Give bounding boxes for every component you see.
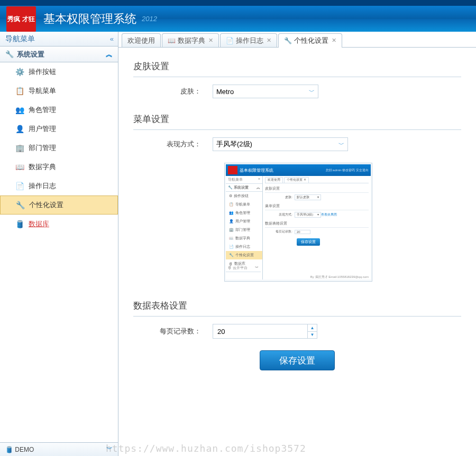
combo-value: 手风琴(2级) — [216, 139, 252, 149]
collapse-icon[interactable]: « — [110, 35, 113, 43]
spinner-value: 20 — [213, 328, 307, 336]
sidebar: 导航菜单 « 🔧系统设置 ︽ ⚙️操作按钮 📋导航菜单 👥角色管理 👤用户管理 … — [0, 32, 118, 456]
sidebar-title: 导航菜单 « — [0, 32, 118, 46]
preview-sec: 菜单设置 — [265, 202, 369, 210]
nav-label: 个性化设置 — [29, 200, 63, 210]
tab-label: 数据字典 — [178, 36, 205, 45]
preview-nav-item: 🔧 个性化设置 — [226, 251, 262, 259]
label-pagesize: 每页记录数： — [133, 327, 213, 336]
app-year: 2012 — [142, 15, 157, 23]
tab-bar: 欢迎使用 📖数据字典✕ 📄操作日志✕ 🔧个性化设置✕ — [118, 32, 476, 48]
spinner-down-icon[interactable]: ▼ — [308, 332, 317, 339]
panel-system-settings[interactable]: 🔧系统设置 ︽ — [0, 46, 118, 62]
preview-nav-item: 📄 操作日志 — [226, 243, 262, 251]
content-area: 皮肤设置 皮肤： Metro ﹀ 菜单设置 表现方式： 手风琴(2级) ﹀ — [118, 48, 476, 392]
wrench-icon: 🔧 — [5, 50, 14, 58]
preview-title: 基本权限管理系统 — [240, 167, 273, 173]
preview-nav-item: 👥 角色管理 — [226, 209, 262, 217]
role-icon: 👥 — [15, 105, 24, 115]
tab-dict[interactable]: 📖数据字典✕ — [162, 33, 219, 47]
nav-item-role[interactable]: 👥角色管理 — [0, 100, 118, 119]
db-icon: 🛢️ — [15, 219, 24, 229]
nav-item-personalize[interactable]: 🔧个性化设置 — [0, 196, 118, 215]
nav-label: 操作日志 — [29, 181, 56, 191]
app-header: 秀疯 才狂 基本权限管理系统 2012 — [0, 0, 476, 32]
preview-nav-item: 👤 用户管理 — [226, 217, 262, 226]
watermark: https://www.huzhan.com/ishop3572 — [106, 443, 306, 454]
log-icon: 📄 — [226, 37, 234, 44]
main-area: 欢迎使用 📖数据字典✕ 📄操作日志✕ 🔧个性化设置✕ 皮肤设置 皮肤： Metr… — [118, 32, 476, 456]
section-menu-title: 菜单设置 — [133, 110, 461, 130]
log-icon: 📄 — [15, 181, 24, 191]
app-logo: 秀疯 才狂 — [6, 6, 36, 32]
app-title: 基本权限管理系统 — [43, 11, 136, 27]
combo-menu[interactable]: 手风琴(2级) ﹀ — [213, 137, 348, 151]
gear-icon: ⚙️ — [15, 67, 24, 77]
db-icon: 🛢️ — [5, 446, 13, 453]
preview-save-btn: 保存设置 — [297, 238, 320, 246]
menu-icon: 📋 — [15, 86, 24, 96]
tab-label: 欢迎使用 — [127, 36, 155, 45]
nav-label: 操作按钮 — [29, 67, 56, 77]
sidebar-title-text: 导航菜单 — [5, 34, 35, 44]
dict-icon: 📖 — [15, 162, 24, 172]
row-grid: 每页记录数： 20 ▲ ▼ — [133, 324, 461, 339]
spinner-pagesize[interactable]: 20 ▲ ▼ — [213, 324, 317, 339]
row-skin: 皮肤： Metro ﹀ — [133, 85, 461, 98]
save-button[interactable]: 保存设置 — [260, 350, 335, 370]
combo-value: Metro — [216, 88, 234, 96]
nav-label: 用户管理 — [29, 124, 56, 134]
nav-label: 部门管理 — [29, 143, 56, 153]
preview-nav-item: 📖 数据字典 — [226, 234, 262, 243]
dict-icon: 📖 — [168, 37, 176, 44]
spinner-up-icon[interactable]: ▲ — [308, 324, 317, 332]
sidebar-footer[interactable]: 🛢️ DEMO ︾ — [0, 442, 118, 456]
preview-tab: 欢迎使用 — [265, 177, 283, 183]
tab-log[interactable]: 📄操作日志✕ — [220, 33, 277, 47]
chevron-down-icon: ﹀ — [309, 88, 315, 96]
nav-item-dict[interactable]: 📖数据字典 — [0, 157, 118, 176]
preview-footer: By 疯狂秀才 Email:1055818239@qq.com — [310, 275, 369, 280]
tab-welcome[interactable]: 欢迎使用 — [122, 33, 161, 47]
preview-tab: 个性化设置 — [287, 178, 303, 181]
row-menu: 表现方式： 手风琴(2级) ﹀ — [133, 137, 461, 151]
nav-label: 数据字典 — [29, 162, 56, 172]
tab-label: 操作日志 — [236, 36, 263, 45]
preview-sec: 数据表格设置 — [265, 220, 369, 228]
chevron-down-icon: ﹀ — [338, 141, 344, 148]
preview-sec: 皮肤设置 — [265, 185, 369, 193]
nav-item-action-button[interactable]: ⚙️操作按钮 — [0, 62, 118, 81]
section-grid-title: 数据表格设置 — [133, 296, 461, 317]
close-icon[interactable]: ✕ — [267, 37, 271, 44]
chevron-up-icon: ︽ — [106, 50, 113, 59]
label-skin: 皮肤： — [133, 87, 213, 96]
close-icon[interactable]: ✕ — [208, 37, 213, 44]
combo-skin[interactable]: Metro ﹀ — [213, 85, 318, 98]
user-icon: 👤 — [15, 124, 24, 134]
tab-label: 个性化设置 — [294, 36, 328, 45]
nav-list: ⚙️操作按钮 📋导航菜单 👥角色管理 👤用户管理 🏢部门管理 📖数据字典 📄操作… — [0, 62, 118, 442]
nav-item-user[interactable]: 👤用户管理 — [0, 119, 118, 138]
preview-side-title: 导航菜单 — [228, 177, 243, 182]
nav-item-dept[interactable]: 🏢部门管理 — [0, 138, 118, 157]
preview-nav-item: 🏢 部门管理 — [226, 226, 262, 234]
preview-nav-item: 📋 导航菜单 — [226, 200, 262, 209]
nav-link-database[interactable]: 数据库 — [29, 219, 49, 229]
preview-nav-item: ⚙ 操作按钮 — [226, 192, 262, 200]
preview-logo — [228, 166, 237, 174]
footer-label: DEMO — [15, 446, 34, 453]
preview-userinfo: 您好:admin 修改密码 安全退出 — [326, 168, 369, 173]
tab-personalize[interactable]: 🔧个性化设置✕ — [278, 33, 342, 47]
wrench-icon: 🔧 — [15, 200, 25, 210]
nav-label: 导航菜单 — [29, 86, 56, 96]
nav-item-log[interactable]: 📄操作日志 — [0, 176, 118, 196]
nav-label: 角色管理 — [29, 105, 56, 115]
menu-preview-image: 基本权限管理系统 您好:admin 修改密码 安全退出 导航菜单« 🔧 系统设置… — [224, 163, 372, 282]
close-icon[interactable]: ✕ — [332, 37, 336, 44]
dept-icon: 🏢 — [15, 143, 24, 153]
wrench-icon: 🔧 — [284, 37, 292, 44]
panel-label: 系统设置 — [17, 50, 44, 58]
nav-item-database[interactable]: 🛢️数据库 — [0, 215, 118, 234]
nav-item-nav-menu[interactable]: 📋导航菜单 — [0, 81, 118, 100]
preview-panel: 系统设置 — [234, 185, 249, 189]
